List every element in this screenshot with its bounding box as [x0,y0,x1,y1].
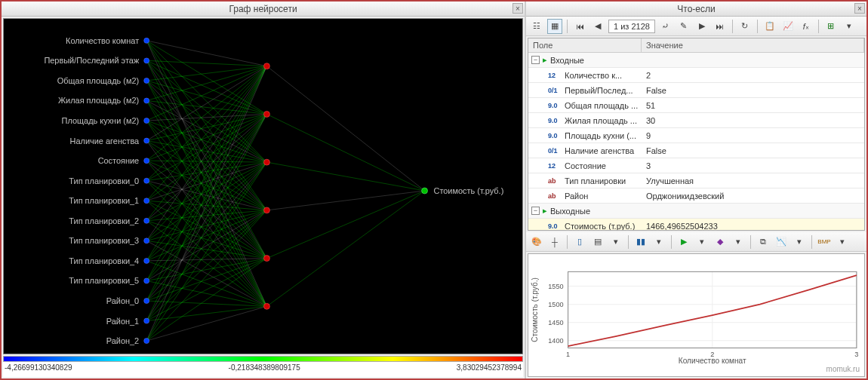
tree-row[interactable]: 0/1Первый/Послед...False [528,83,864,98]
svg-point-126 [144,278,149,283]
svg-line-83 [146,301,266,306]
svg-line-37 [146,114,266,161]
refresh-icon[interactable]: ↻ [737,19,753,34]
type-badge: 9.0 [548,117,562,124]
svg-point-139 [263,303,269,309]
last-record-icon[interactable]: ⏭ [713,19,728,34]
svg-line-74 [146,162,266,280]
field-value[interactable]: 1466,49652504233 [642,222,864,231]
scale-max: 3,83029452378994 [457,363,522,377]
form-icon[interactable]: ▦ [547,19,562,34]
dropdown-icon[interactable]: ▾ [694,234,709,250]
svg-line-55 [146,114,266,220]
prev-record-icon[interactable]: ◀ [590,19,605,34]
whatif-chart-panel: 1400145015001550123Количество комнатСтои… [528,253,865,377]
graph-title-bar: Граф нейросети × [2,2,525,17]
tree-row[interactable]: 9.0Площадь кухни (...9 [528,128,864,143]
svg-point-114 [144,158,149,164]
scale-mid: -0,218348389809175 [229,363,300,377]
svg-line-75 [146,210,266,281]
clipboard-icon[interactable]: 📋 [762,19,777,34]
field-value[interactable]: 30 [642,116,864,125]
svg-text:Район_2: Район_2 [106,336,139,345]
svg-point-118 [144,198,149,204]
field-value[interactable]: 51 [642,101,864,110]
svg-line-69 [146,210,266,261]
svg-point-120 [144,218,149,223]
field-value[interactable]: Улучшенная [642,176,864,185]
collapse-icon[interactable]: − [531,207,540,215]
paginator[interactable]: 1 из 2128 [608,20,655,33]
cube-icon[interactable]: ◆ [713,234,728,250]
field-value[interactable]: False [642,86,864,95]
svg-text:Стоимость (т.руб.): Стоимость (т.руб.) [531,277,539,342]
dropdown-icon[interactable]: ▾ [651,234,666,250]
pointer-icon[interactable]: ⤾ [658,19,673,34]
svg-text:Тип планировки_2: Тип планировки_2 [69,216,139,225]
grid-style-icon[interactable]: ▤ [590,234,605,250]
dropdown-icon[interactable]: ▾ [792,234,807,250]
tree-row[interactable]: 9.0Жилая площадь ...30 [528,113,864,128]
svg-text:Состояние: Состояние [98,156,140,165]
tree-group[interactable]: −▸Выходные [528,204,864,219]
field-label: Первый/Послед... [565,86,633,95]
fx-icon[interactable]: fₓ [799,19,814,34]
field-value[interactable]: False [642,146,864,155]
svg-line-96 [266,66,424,191]
svg-point-137 [263,207,269,213]
svg-point-134 [263,63,269,69]
tree-row[interactable]: 12Состояние3 [528,158,864,173]
palette-icon[interactable]: 🎨 [529,234,544,250]
weight-scale: -4,26699130340829 -0,218348389809175 3,8… [3,356,523,377]
type-badge: ab [548,177,562,185]
tree-row[interactable]: abТип планировкиУлучшенная [528,173,864,188]
chart-toggle-icon[interactable]: 📈 [780,19,796,34]
svg-line-53 [146,201,266,306]
field-value[interactable]: 2 [642,71,864,80]
svg-text:Район_1: Район_1 [106,317,139,326]
dropdown-icon[interactable]: ▾ [731,234,746,250]
field-value[interactable]: 9 [642,131,864,140]
bars-icon[interactable]: ▮▮ [633,234,648,250]
bar-style-icon[interactable]: ▯ [572,234,587,250]
svg-line-101 [266,191,424,306]
svg-point-124 [144,258,149,263]
tree-row[interactable]: 12Количество к...2 [528,68,864,83]
field-value[interactable]: 3 [642,161,864,170]
field-label: Жилая площадь ... [565,116,637,125]
collapse-icon[interactable]: − [531,56,540,64]
svg-point-104 [144,58,149,63]
svg-text:1400: 1400 [548,337,563,345]
tree-row[interactable]: 9.0Стоимость (т.руб.)1466,49652504233 [528,219,864,230]
excel-icon[interactable]: ⊞ [823,19,839,34]
svg-line-45 [146,181,266,210]
play-icon[interactable]: ▶ [694,19,709,34]
svg-text:Общая площадь (м2): Общая площадь (м2) [57,76,139,85]
grid-icon[interactable]: ☷ [529,19,544,34]
svg-line-72 [146,66,266,281]
svg-line-6 [146,60,266,66]
tree-row[interactable]: 0/1Наличие агенстваFalse [528,143,864,158]
dropdown-icon[interactable]: ▾ [835,234,850,250]
svg-point-135 [263,111,269,117]
edit-icon[interactable]: ✎ [676,19,691,34]
line-chart-icon[interactable]: 📉 [774,234,789,250]
dropdown-icon[interactable]: ▾ [842,19,857,34]
axes-icon[interactable]: ┼ [547,234,562,250]
tree-group[interactable]: −▸Входные [528,53,864,68]
svg-line-86 [146,162,266,320]
input-arrow-icon[interactable]: ▶ [676,234,691,250]
graph-panel: Граф нейросети × Количество комнатПервый… [2,2,526,378]
close-icon[interactable]: × [854,3,865,14]
close-icon[interactable]: × [512,3,523,14]
tree-row[interactable]: abРайонОрджоникидзевский [528,188,864,204]
dropdown-icon[interactable]: ▾ [608,234,623,250]
tree-row[interactable]: 9.0Общая площадь ...51 [528,98,864,113]
svg-line-97 [266,114,424,191]
svg-line-46 [146,181,266,259]
svg-text:Количество комнат: Количество комнат [679,357,746,365]
overlay-icon[interactable]: ⧉ [756,234,771,250]
field-value[interactable]: Орджоникидзевский [642,192,864,201]
first-record-icon[interactable]: ⏮ [572,19,587,34]
bmp-icon[interactable]: BMP [817,234,832,250]
